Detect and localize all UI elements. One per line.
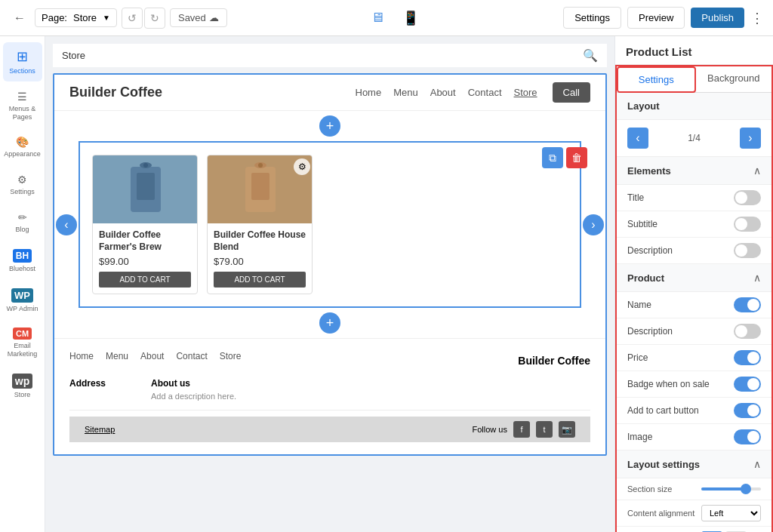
sidebar-item-appearance[interactable]: 🎨 Appearance: [3, 130, 42, 165]
toggle-name[interactable]: [734, 297, 761, 312]
content-alignment-select[interactable]: Left Center Right: [701, 505, 761, 521]
add-to-cart-button-1[interactable]: ADD TO CART: [99, 272, 191, 288]
product-name-2: Builder Coffee House Blend: [214, 229, 306, 253]
site-nav-links: Home Menu About Contact Store: [356, 87, 537, 98]
slider-track: [701, 487, 761, 490]
footer-nav-menu[interactable]: Menu: [106, 351, 128, 361]
tab-settings[interactable]: Settings: [617, 66, 696, 93]
sidebar-item-settings[interactable]: ⚙ Settings: [3, 168, 42, 202]
svg-rect-5: [251, 173, 269, 200]
panel-title: Product List: [615, 36, 773, 65]
sidebar-label-settings: Settings: [10, 188, 35, 196]
undo-button[interactable]: ↺: [122, 8, 143, 29]
top-bar: ← Page: Store ▼ ↺ ↻ Saved ☁ 🖥 📱 Settings…: [0, 0, 773, 36]
footer-nav-contact[interactable]: Contact: [176, 351, 207, 361]
preview-button[interactable]: Settings: [563, 7, 621, 29]
footer-col-address: Address: [69, 378, 106, 401]
saved-label: Saved: [178, 12, 206, 23]
toggle-title[interactable]: [734, 190, 761, 205]
page-selector[interactable]: Page: Store ▼: [35, 8, 117, 27]
toggle-image[interactable]: [734, 429, 761, 444]
layout-section: Layout ‹ 1/4 ›: [617, 93, 771, 157]
layout-settings-collapse-button[interactable]: ∧: [753, 458, 761, 470]
product-price-2: $79.00: [214, 256, 306, 267]
sidebar-item-blog[interactable]: ✏ Blog: [3, 205, 42, 240]
redo-button[interactable]: ↻: [144, 8, 165, 29]
product-info-1: Builder Coffee Farmer's Brew $99.00 ADD …: [93, 223, 197, 294]
toggle-subtitle[interactable]: [734, 217, 761, 232]
elements-collapse-button[interactable]: ∧: [753, 165, 761, 177]
toggle-price[interactable]: [734, 350, 761, 365]
panel-inner: Settings Background Layout ‹ 1/4 › Eleme…: [615, 65, 773, 532]
add-section-bottom-button[interactable]: +: [319, 312, 340, 334]
nav-menu[interactable]: Menu: [393, 87, 418, 98]
sidebar-item-store[interactable]: wp Store: [3, 367, 42, 405]
left-sidebar: ⊞ Sections ☰ Menus & Pages 🎨 Appearance …: [0, 36, 45, 532]
toggle-badge[interactable]: [734, 377, 761, 392]
add-to-cart-button-2[interactable]: ADD TO CART: [214, 272, 306, 288]
product-image-1: [93, 155, 198, 223]
footer-about-title: About us: [151, 378, 236, 389]
slider-thumb[interactable]: [741, 484, 751, 494]
mobile-button[interactable]: 📱: [399, 7, 422, 29]
saved-button[interactable]: Saved ☁: [170, 8, 227, 27]
nav-about[interactable]: About: [430, 87, 456, 98]
sidebar-item-menus[interactable]: ☰ Menus & Pages: [3, 85, 42, 128]
toggle-label-prod-description: Description: [627, 326, 673, 337]
canvas: Store 🔍 Builder Coffee Home Menu About C…: [45, 36, 614, 532]
columns-row: Columns 3 4: [617, 527, 771, 532]
layout-next-button[interactable]: ›: [740, 128, 761, 149]
sidebar-item-wpadmin[interactable]: WP WP Admin: [3, 282, 42, 319]
product-collapse-button[interactable]: ∧: [753, 272, 761, 284]
site-logo: Builder Coffee: [69, 85, 340, 100]
site-preview: Builder Coffee Home Menu About Contact S…: [53, 73, 607, 456]
sidebar-item-bluehost[interactable]: BH Bluehost: [3, 243, 42, 279]
tab-background[interactable]: Background: [696, 66, 772, 92]
footer-sitemap[interactable]: Sitemap: [85, 425, 115, 434]
section-copy-button[interactable]: ⧉: [542, 147, 563, 168]
preview-btn[interactable]: Preview: [627, 7, 685, 29]
product-section: Builder Coffee Farmer's Brew $99.00 ADD …: [79, 141, 581, 308]
nav-store[interactable]: Store: [514, 87, 537, 98]
footer-brand: Builder Coffee: [518, 355, 590, 367]
publish-button[interactable]: Publish: [691, 8, 744, 28]
call-button[interactable]: Call: [553, 82, 590, 103]
section-delete-button[interactable]: 🗑: [566, 147, 587, 168]
chevron-down-icon: ▼: [103, 14, 110, 22]
facebook-icon[interactable]: f: [513, 421, 530, 438]
back-button[interactable]: ←: [9, 8, 30, 29]
product-info-2: Builder Coffee House Blend $79.00 ADD TO…: [208, 223, 312, 294]
layout-prev-button[interactable]: ‹: [627, 128, 648, 149]
desktop-button[interactable]: 🖥: [368, 7, 387, 29]
toggle-cart[interactable]: [734, 403, 761, 418]
toggle-description[interactable]: [734, 243, 761, 258]
footer-nav: Home Menu About Contact Store: [69, 351, 241, 361]
footer-nav-about[interactable]: About: [140, 351, 164, 361]
section-size-row: Section size: [617, 478, 771, 500]
sidebar-item-sections[interactable]: ⊞ Sections: [3, 42, 42, 81]
sections-icon: ⊞: [17, 48, 28, 65]
add-section-top-button[interactable]: +: [319, 115, 340, 137]
nav-arrow-right[interactable]: ›: [583, 214, 604, 235]
page-label: Page:: [42, 12, 67, 23]
nav-arrow-left[interactable]: ‹: [56, 214, 77, 235]
twitter-icon[interactable]: t: [536, 421, 553, 438]
toggle-label-price: Price: [627, 352, 648, 363]
search-button[interactable]: 🔍: [583, 48, 598, 63]
footer-nav-home[interactable]: Home: [69, 351, 94, 361]
nav-contact[interactable]: Contact: [468, 87, 502, 98]
nav-home[interactable]: Home: [356, 87, 382, 98]
footer-nav-store[interactable]: Store: [220, 351, 242, 361]
toggle-row-prod-description: Description: [617, 318, 771, 345]
sidebar-label-menus: Menus & Pages: [6, 105, 39, 121]
elements-section: Elements ∧ Title Subtitle Description: [617, 157, 771, 264]
svg-point-3: [143, 163, 148, 168]
toggle-label-cart: Add to cart button: [627, 405, 699, 416]
nav-buttons: ↺ ↻: [122, 8, 165, 29]
more-button[interactable]: ⋮: [750, 10, 764, 26]
sidebar-item-email[interactable]: CM Email Marketing: [3, 321, 42, 364]
toggle-prod-description[interactable]: [734, 324, 761, 339]
instagram-icon[interactable]: 📷: [559, 421, 575, 438]
follow-us-label: Follow us: [473, 425, 507, 434]
gear-overlay: ⚙: [294, 158, 310, 175]
